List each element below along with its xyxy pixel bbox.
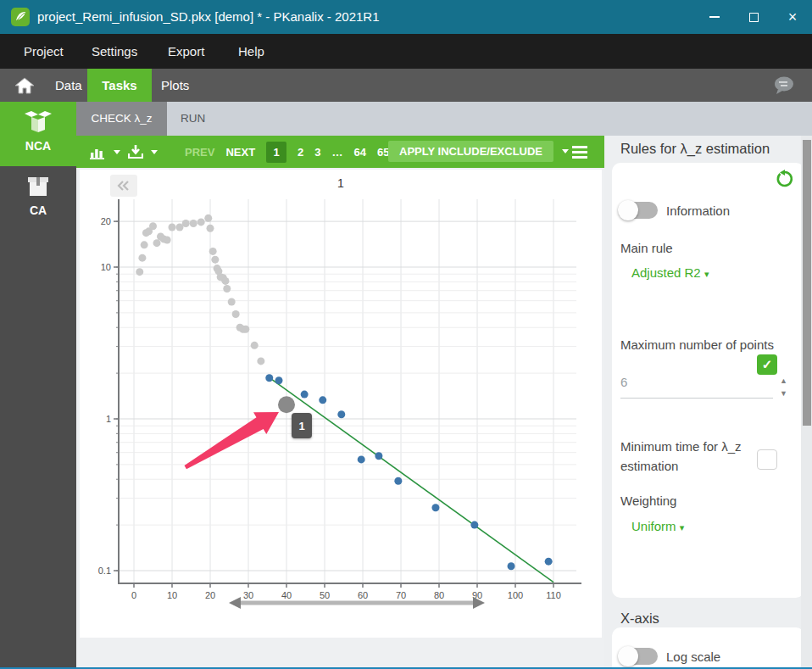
- lambda-z-points[interactable]: [470, 521, 478, 529]
- nav-tab-bar: Data Tasks Plots: [0, 69, 812, 102]
- menu-help[interactable]: Help: [238, 34, 264, 69]
- lambda-z-points[interactable]: [394, 477, 402, 485]
- task-sidebar: NCA CA: [0, 102, 76, 669]
- apply-include-exclude-button[interactable]: APPLY INCLUDE/EXCLUDE: [388, 141, 553, 162]
- reply-arrow-icon: [116, 180, 131, 192]
- information-label: Information: [666, 203, 730, 218]
- excluded-points[interactable]: [149, 222, 157, 230]
- point-index-tooltip: 1: [292, 413, 312, 438]
- maximize-button[interactable]: [734, 0, 773, 34]
- lambda-z-points[interactable]: [431, 504, 439, 511]
- excluded-points[interactable]: [182, 220, 190, 227]
- main-content: 0102030405060708090100110201010.1 1 1: [76, 168, 604, 669]
- max-points-input[interactable]: [620, 375, 773, 399]
- menu-export[interactable]: Export: [168, 34, 204, 69]
- slider-left-arrow-icon[interactable]: [229, 597, 241, 609]
- excluded-points[interactable]: [257, 357, 264, 365]
- tab-tasks[interactable]: Tasks: [87, 69, 152, 102]
- app-window: project_Remi_infusion_SD.pkx [demo] * - …: [0, 0, 812, 669]
- excluded-points[interactable]: [190, 220, 197, 227]
- excluded-points[interactable]: [169, 224, 176, 231]
- plot-display-icon[interactable]: [90, 145, 106, 159]
- lambda-z-points[interactable]: [301, 391, 309, 399]
- tab-plots[interactable]: Plots: [161, 69, 189, 102]
- undo-zoom-button[interactable]: [110, 175, 137, 197]
- excluded-points[interactable]: [222, 277, 230, 285]
- reset-rules-icon[interactable]: [776, 170, 794, 188]
- svg-text:20: 20: [205, 590, 215, 600]
- export-caret-icon[interactable]: [151, 150, 158, 154]
- page-button-1[interactable]: 1: [266, 142, 286, 163]
- plot-toolbar: PREV NEXT 1 2 3 … 64 65 APPLY INCLUDE/EX…: [76, 136, 604, 168]
- menu-settings[interactable]: Settings: [92, 34, 137, 69]
- excluded-points[interactable]: [228, 298, 236, 306]
- min-time-label: Minimum time for λ_z estimation: [620, 437, 749, 477]
- excluded-points[interactable]: [232, 310, 240, 318]
- page-button-3[interactable]: 3: [314, 146, 320, 159]
- menu-project[interactable]: Project: [24, 34, 64, 69]
- excluded-points[interactable]: [211, 256, 219, 264]
- excluded-points[interactable]: [138, 254, 146, 262]
- lambda-z-points[interactable]: [545, 558, 553, 566]
- hovered-excluded-point[interactable]: [278, 396, 295, 413]
- sidebar-item-nca[interactable]: NCA: [0, 102, 76, 166]
- scrollbar-thumb[interactable]: [803, 140, 811, 426]
- excluded-points[interactable]: [207, 225, 214, 232]
- svg-text:100: 100: [508, 590, 523, 600]
- weighting-value: Uniform: [631, 519, 676, 533]
- excluded-points[interactable]: [242, 326, 249, 333]
- next-page-button[interactable]: NEXT: [225, 146, 255, 159]
- minimize-button[interactable]: [695, 0, 734, 34]
- plot-display-caret-icon[interactable]: [114, 150, 120, 154]
- excluded-points[interactable]: [197, 218, 205, 226]
- information-toggle[interactable]: [620, 202, 658, 219]
- excluded-points[interactable]: [164, 236, 171, 243]
- concentration-scatter-plot[interactable]: 0102030405060708090100110201010.1: [80, 170, 602, 638]
- weighting-select[interactable]: Uniform ▾: [631, 519, 684, 533]
- rules-card: Information Main rule Adjusted R2 ▾ Maxi…: [612, 163, 804, 598]
- log-scale-toggle[interactable]: [620, 648, 658, 665]
- max-points-label: Maximum number of points: [620, 337, 774, 352]
- lambda-z-points[interactable]: [337, 410, 345, 418]
- subtab-check-lambda-z[interactable]: CHECK λ_z: [76, 102, 167, 136]
- lambda-z-points[interactable]: [265, 374, 273, 382]
- excluded-points[interactable]: [204, 215, 212, 222]
- panel-scrollbar[interactable]: [801, 136, 812, 669]
- subtab-run[interactable]: RUN: [181, 102, 205, 136]
- excluded-points[interactable]: [141, 241, 148, 248]
- excluded-points[interactable]: [136, 268, 143, 276]
- svg-text:60: 60: [358, 590, 368, 600]
- annotation-arrow: [185, 412, 280, 469]
- spinner-down-icon[interactable]: ▼: [780, 390, 787, 398]
- min-time-checkbox[interactable]: [757, 449, 777, 470]
- excluded-points[interactable]: [251, 342, 259, 349]
- sidebar-item-ca[interactable]: CA: [0, 166, 76, 229]
- lambda-z-points[interactable]: [319, 396, 326, 404]
- lambda-z-points[interactable]: [358, 455, 365, 463]
- lambda-z-points[interactable]: [508, 562, 515, 570]
- tab-data[interactable]: Data: [55, 69, 82, 102]
- lambda-z-points[interactable]: [275, 376, 283, 384]
- max-points-checkbox[interactable]: ✓: [757, 354, 777, 375]
- prev-page-button[interactable]: PREV: [185, 146, 214, 159]
- apply-caret-icon[interactable]: [562, 149, 569, 153]
- svg-text:1: 1: [106, 414, 111, 424]
- excluded-points[interactable]: [223, 285, 231, 293]
- main-rule-select[interactable]: Adjusted R2 ▾: [631, 265, 709, 280]
- home-icon[interactable]: [14, 77, 35, 94]
- spinner-up-icon[interactable]: ▲: [780, 377, 787, 385]
- lambda-z-points[interactable]: [375, 452, 382, 460]
- export-plot-icon[interactable]: [128, 145, 143, 159]
- main-rule-label: Main rule: [620, 241, 673, 255]
- excluded-points[interactable]: [209, 248, 217, 255]
- svg-text:10: 10: [101, 262, 111, 272]
- page-button-2[interactable]: 2: [298, 146, 303, 159]
- toolbar-menu-icon[interactable]: [572, 146, 587, 159]
- page-button-64[interactable]: 64: [354, 146, 366, 159]
- excluded-points[interactable]: [153, 239, 161, 247]
- lambda-z-plot: 0102030405060708090100110201010.1 1 1: [80, 170, 602, 638]
- pkanalix-logo-icon: [11, 8, 30, 26]
- close-button[interactable]: ×: [773, 0, 812, 34]
- chat-bubble-icon[interactable]: [771, 75, 797, 97]
- sidebar-item-label: CA: [0, 203, 76, 217]
